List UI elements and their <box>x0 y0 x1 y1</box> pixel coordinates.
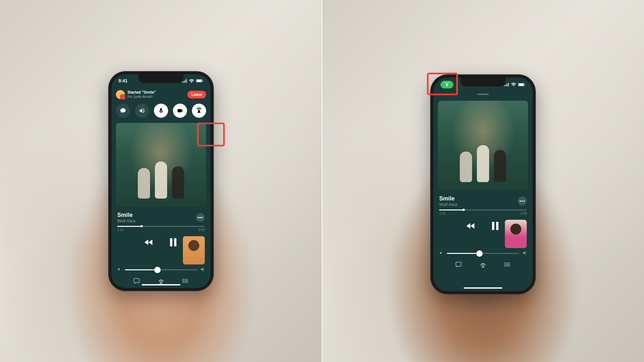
volume-high-icon <box>522 251 527 256</box>
pause-icon <box>490 220 501 231</box>
camera-icon <box>177 107 183 114</box>
panel-divider <box>322 0 322 362</box>
call-info[interactable]: Started "Smile" For Justin Arnold › <box>128 90 185 98</box>
scrub-track <box>117 226 205 227</box>
svg-point-27 <box>505 265 506 266</box>
wifi-icon <box>511 83 516 86</box>
svg-rect-4 <box>170 238 172 246</box>
svg-point-3 <box>198 110 200 112</box>
lyrics-button[interactable] <box>133 277 140 285</box>
bottom-icons <box>111 275 211 288</box>
svg-point-13 <box>183 282 184 283</box>
lyrics-button[interactable] <box>455 261 462 269</box>
svg-point-21 <box>482 264 484 265</box>
rewind-icon <box>465 220 476 231</box>
rewind-button[interactable] <box>143 237 154 248</box>
track-artist: Wolf Alice <box>117 218 193 223</box>
pip-self-view[interactable] <box>183 236 205 265</box>
svg-point-11 <box>183 279 184 280</box>
transport-controls <box>433 217 533 235</box>
svg-rect-19 <box>496 222 498 230</box>
track-info[interactable]: Smile Wolf Alice <box>439 195 515 207</box>
home-indicator[interactable] <box>464 287 502 289</box>
track-info[interactable]: Smile Wolf Alice <box>117 212 193 223</box>
svg-rect-18 <box>492 222 494 230</box>
more-button[interactable]: ••• <box>196 213 205 222</box>
status-indicators <box>182 79 204 83</box>
time-elapsed: 1:15 <box>439 212 445 215</box>
mic-icon <box>158 107 164 114</box>
album-artwork[interactable] <box>116 123 206 207</box>
scrub-times: 1:15 -2:00 <box>117 228 205 232</box>
speaker-icon <box>139 107 145 114</box>
volume-low-icon <box>439 251 444 256</box>
screen-left: 9:41 Started "Smile" For Justin Arnold ›… <box>111 74 211 288</box>
svg-rect-1 <box>196 79 202 82</box>
track-title: Smile <box>439 195 515 202</box>
transport-controls <box>111 233 211 252</box>
call-subtitle: For Justin Arnold › <box>128 95 185 99</box>
airplay-icon <box>157 277 165 284</box>
leave-button[interactable]: Leave <box>187 91 206 98</box>
queue-button[interactable] <box>504 261 511 269</box>
scrubber[interactable]: 1:15 -2:00 <box>433 208 533 217</box>
svg-point-12 <box>183 281 184 281</box>
album-artwork[interactable] <box>438 101 528 190</box>
scrub-times: 1:15 -2:00 <box>439 212 527 215</box>
track-artist: Wolf Alice <box>439 202 515 207</box>
track-title: Smile <box>117 212 193 218</box>
notch <box>460 78 506 87</box>
pause-button[interactable] <box>490 220 501 231</box>
pause-button[interactable] <box>168 237 179 248</box>
battery-icon <box>518 83 526 87</box>
svg-rect-16 <box>518 83 524 86</box>
home-indicator[interactable] <box>142 284 180 285</box>
track-row: Smile Wolf Alice ••• <box>111 209 211 225</box>
camera-button[interactable] <box>173 104 187 118</box>
queue-button[interactable] <box>182 277 189 285</box>
messages-icon <box>120 107 126 114</box>
album-figures <box>138 162 184 199</box>
volume-slider[interactable] <box>447 253 519 254</box>
volume-high-icon <box>200 267 205 273</box>
mic-button[interactable] <box>154 104 168 118</box>
iphone-frame-right: Smile Wolf Alice ••• 1:15 -2:00 <box>431 75 535 294</box>
volume-low-icon <box>117 267 122 273</box>
svg-rect-6 <box>134 278 139 283</box>
track-row: Smile Wolf Alice ••• <box>433 192 533 208</box>
contact-avatar[interactable] <box>116 90 125 99</box>
wifi-icon <box>189 79 194 83</box>
bottom-icons <box>433 258 533 272</box>
call-header: Started "Smile" For Justin Arnold › Leav… <box>111 88 211 102</box>
rewind-icon <box>143 237 154 248</box>
queue-icon <box>504 261 511 268</box>
volume-slider[interactable] <box>125 269 197 270</box>
svg-rect-20 <box>456 262 461 266</box>
speaker-button[interactable] <box>135 104 149 118</box>
left-panel: 9:41 Started "Smile" For Justin Arnold ›… <box>0 0 322 362</box>
pip-self-view[interactable] <box>505 220 527 248</box>
shareplay-button[interactable] <box>192 104 206 118</box>
svg-point-26 <box>505 264 506 265</box>
airplay-icon <box>479 261 487 268</box>
facetime-controls <box>111 102 211 121</box>
shareplay-pill[interactable] <box>440 81 453 88</box>
time-elapsed: 1:15 <box>117 228 123 232</box>
album-figures <box>460 145 506 182</box>
call-title: Started "Smile" <box>128 90 185 95</box>
svg-point-25 <box>505 263 506 263</box>
lyrics-icon <box>455 261 462 268</box>
scrubber[interactable]: 1:15 -2:00 <box>111 225 211 233</box>
sheet-grabber[interactable] <box>477 94 489 95</box>
shareplay-icon <box>444 82 450 87</box>
svg-rect-5 <box>174 238 176 246</box>
iphone-frame-left: 9:41 Started "Smile" For Justin Arnold ›… <box>109 72 213 291</box>
rewind-button[interactable] <box>465 220 476 231</box>
queue-icon <box>182 277 189 284</box>
status-time: 9:41 <box>118 78 128 83</box>
airplay-button[interactable] <box>479 261 487 269</box>
messages-button[interactable] <box>116 104 130 118</box>
more-button[interactable]: ••• <box>518 197 527 206</box>
scrub-track <box>439 209 527 210</box>
time-remaining: -2:00 <box>197 228 205 232</box>
